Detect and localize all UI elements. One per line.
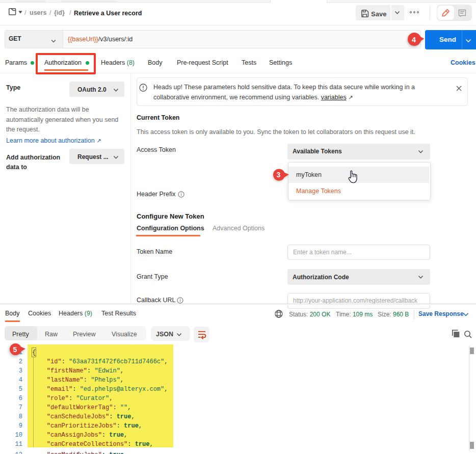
- svg-text:5: 5: [13, 345, 17, 354]
- svg-text:4: 4: [412, 35, 416, 44]
- svg-text:3: 3: [277, 171, 281, 179]
